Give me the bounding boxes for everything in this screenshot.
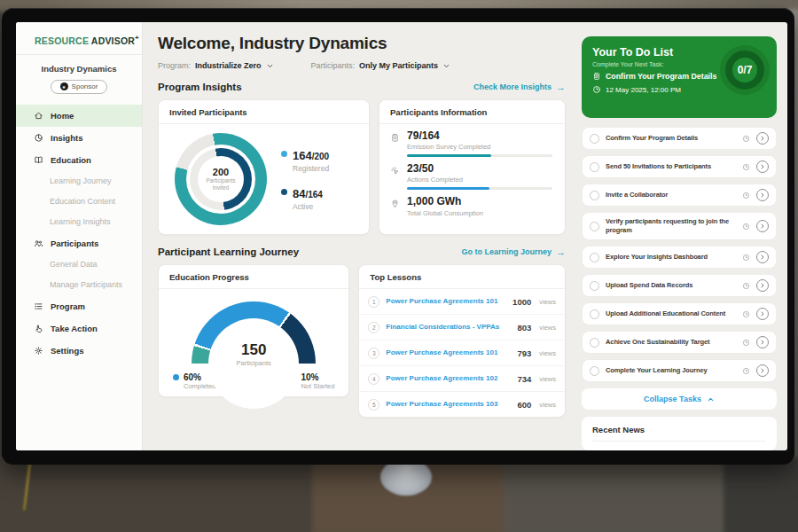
metric-label: Emission Survey Completed [407, 143, 552, 151]
sidebar-item-insights[interactable]: Insights [16, 127, 142, 149]
todo-item[interactable]: Invite a Collaborator [582, 184, 777, 207]
sidebar-item-manage-participants[interactable]: Manage Participants [16, 275, 142, 295]
task-open-button[interactable] [756, 132, 769, 145]
home-icon [34, 111, 43, 121]
photo-scene: RESOURCE ADVISOR+ Industry Dynamics ★ Sp… [0, 0, 798, 532]
sidebar-item-learning-journey[interactable]: Learning Journey [16, 171, 142, 192]
todo-item[interactable]: Explore Your Insights Dashboard [582, 246, 777, 269]
survey-icon [390, 133, 400, 143]
todo-progress-ring: 0/7 [725, 51, 764, 90]
sidebar-nav: Home Insights Education Learning Journey… [16, 105, 142, 362]
task-label: Achieve One Sustainability Target [606, 338, 736, 347]
chevron-right-icon [759, 367, 766, 374]
active-label: Active [293, 202, 323, 211]
rank-badge: 5 [368, 399, 379, 411]
task-open-button[interactable] [756, 220, 769, 232]
todo-item[interactable]: Achieve One Sustainability Target [582, 331, 777, 354]
participants-information-card: Participants Information 79/164 Emission… [379, 99, 566, 235]
chevron-down-icon [442, 62, 450, 70]
clock-icon [742, 192, 750, 200]
lesson-row: 4 Power Purchase Agreements 102 734 view… [359, 366, 565, 392]
invited-participants-donut-chart: 200 Participants Invited [175, 133, 267, 225]
org-name: Industry Dynamics [16, 64, 142, 74]
todo-item[interactable]: Upload Spend Data Records [582, 274, 777, 297]
filters-row: Program: Industrialize Zero Participants… [158, 61, 566, 70]
todo-item[interactable]: Verify participants requesting to join t… [582, 212, 777, 240]
participants-filter-dropdown[interactable]: Participants: Only My Participants [311, 61, 451, 70]
program-filter-dropdown[interactable]: Program: Industrialize Zero [158, 61, 274, 70]
task-open-button[interactable] [756, 336, 769, 348]
task-open-button[interactable] [756, 364, 769, 377]
check-more-insights-link[interactable]: Check More Insights → [473, 82, 566, 92]
chevron-right-icon [759, 163, 766, 170]
rank-badge: 4 [368, 373, 379, 385]
program-filter-label: Program: [158, 61, 191, 70]
task-label: Upload Spend Data Records [606, 281, 736, 290]
todo-panel: Your To Do List Complete Your Next Task:… [576, 22, 787, 450]
go-to-learning-journey-link[interactable]: Go to Learning Journey → [461, 246, 566, 257]
top-lessons-card: Top Lessons 1 Power Purchase Agreements … [358, 264, 566, 418]
metric-value: 1,000 GWh [407, 196, 552, 207]
task-open-button[interactable] [756, 160, 769, 173]
settings-icon [34, 346, 43, 356]
program-filter-value: Industrialize Zero [195, 61, 262, 70]
collapse-tasks-button[interactable]: Collapse Tasks [582, 388, 777, 410]
sidebar-item-participants[interactable]: Participants [16, 232, 142, 254]
todo-item[interactable]: Upload Additional Educational Content [582, 302, 777, 325]
task-checkbox[interactable] [590, 191, 599, 200]
completed-dot-icon [173, 374, 179, 380]
task-checkbox[interactable] [590, 134, 599, 144]
clock-icon [742, 163, 750, 171]
gauge-center-value: 150 [192, 341, 316, 359]
todo-item[interactable]: Confirm Your Program Details [582, 127, 777, 150]
sidebar-item-education[interactable]: Education [16, 149, 142, 171]
arrow-right-icon: → [556, 246, 566, 257]
chevron-right-icon [759, 282, 766, 289]
todo-task-list: Confirm Your Program Details Send 50 Inv… [582, 127, 777, 382]
lesson-link[interactable]: Power Purchase Agreements 101 [386, 297, 506, 306]
lesson-link[interactable]: Power Purchase Agreements 101 [386, 348, 511, 357]
task-checkbox[interactable] [590, 338, 599, 348]
gauge-center-label: Participants [192, 359, 316, 367]
chevron-up-icon [707, 395, 715, 403]
task-open-button[interactable] [756, 189, 769, 201]
todo-item[interactable]: Send 50 Invitations to Participants [582, 155, 777, 178]
task-open-button[interactable] [756, 279, 769, 292]
sidebar-sub-label: Learning Journey [50, 176, 112, 185]
take-action-icon [34, 324, 43, 333]
lesson-link[interactable]: Power Purchase Agreements 102 [386, 374, 511, 383]
sidebar-item-settings[interactable]: Settings [16, 340, 142, 362]
sidebar-item-home[interactable]: Home [16, 105, 142, 127]
sidebar-item-learning-insights[interactable]: Learning Insights [16, 212, 142, 232]
sidebar-item-take-action[interactable]: Take Action [16, 317, 142, 340]
participants-icon [34, 239, 43, 248]
education-progress-gauge: 150 Participants [192, 301, 316, 364]
task-checkbox[interactable] [590, 253, 599, 262]
task-checkbox[interactable] [590, 366, 599, 376]
task-label: Confirm Your Program Details [606, 134, 736, 143]
views-word: views [539, 349, 556, 357]
sidebar-item-program[interactable]: Program [16, 295, 142, 317]
actions-icon [390, 166, 400, 176]
task-open-button[interactable] [756, 308, 769, 320]
task-open-button[interactable] [756, 251, 769, 263]
registered-label: Registered [293, 164, 329, 173]
lesson-link[interactable]: Financial Considerations - VPPAs [386, 323, 511, 332]
brand-primary: RESOURCE [35, 35, 89, 46]
sidebar-item-general-data[interactable]: General Data [16, 254, 142, 275]
task-checkbox[interactable] [590, 162, 599, 172]
task-label: Upload Additional Educational Content [606, 309, 736, 318]
registered-value: 164 [293, 149, 312, 162]
sidebar-item-education-content[interactable]: Education Content [16, 192, 142, 212]
lesson-link[interactable]: Power Purchase Agreements 103 [386, 400, 511, 409]
recent-news-title: Recent News [592, 425, 766, 442]
rank-badge: 1 [368, 296, 379, 308]
task-checkbox[interactable] [590, 309, 599, 319]
task-checkbox[interactable] [590, 222, 599, 231]
task-checkbox[interactable] [590, 281, 599, 291]
invited-participants-card: Invited Participants 200 Participants In… [158, 99, 370, 235]
link-label: Check More Insights [473, 82, 552, 91]
active-total: /164 [305, 190, 322, 200]
sponsor-label: Sponsor [72, 82, 98, 90]
todo-item[interactable]: Complete Your Learning Journey [582, 359, 777, 382]
